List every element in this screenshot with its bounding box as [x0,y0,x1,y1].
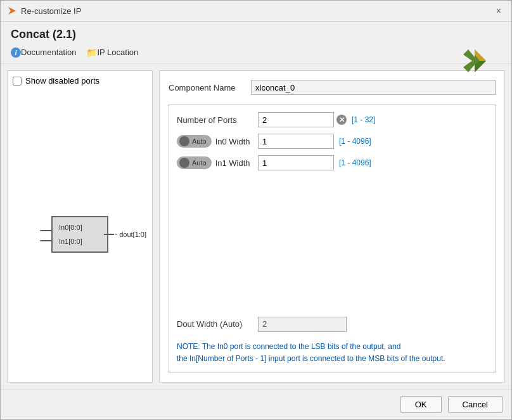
block-diagram: In0[0:0] In1[0:0] dout[1:0] [51,216,108,253]
in0-toggle-knob [179,136,189,146]
in0-width-label: In0 Width [215,137,250,146]
component-name-row: Component Name [169,80,496,95]
show-disabled-label: Show disabled ports [25,76,99,86]
in0-port-label: In0[0:0] [59,224,98,231]
left-ports [40,230,51,241]
in1-auto-toggle[interactable]: Auto [177,156,212,169]
right-port: dout[1:0] [104,231,146,238]
in0-auto-toggle[interactable]: Auto [177,135,212,148]
dout-width-label: Dout Width (Auto) [177,319,253,329]
show-disabled-row: Show disabled ports [13,76,147,86]
in1-width-row: Auto In1 Width [1 - 4096] [177,155,487,170]
in0-width-row: Auto In0 Width [1 - 4096] [177,134,487,149]
dout-port-label: dout[1:0] [119,231,146,238]
app-title: Concat (2.1) [11,28,501,41]
in1-width-input[interactable] [258,155,334,170]
in0-toggle-label: Auto In0 Width [177,135,253,148]
in1-width-input-wrap [258,155,334,170]
in0-width-input-wrap [258,134,334,149]
params-box: Number of Ports ✕ [1 - 32] Auto In0 W [169,104,496,373]
in1-port-label: In1[0:0] [59,238,98,245]
in1-width-label: In1 Width [215,158,250,168]
component-name-label: Component Name [169,83,245,92]
dout-width-row: Dout Width (Auto) [177,310,487,332]
num-ports-clear-icon[interactable]: ✕ [336,115,347,125]
in1-auto-label: Auto [189,159,209,167]
component-name-input[interactable] [251,80,496,95]
num-ports-range: [1 - 32] [352,115,375,124]
button-bar: OK Cancel [1,389,511,419]
num-ports-input-wrap: ✕ [258,112,347,127]
ip-location-folder-icon: 📁 [86,48,97,58]
in0-auto-label: Auto [189,137,209,145]
nav-links: i Documentation 📁 IP Location [11,46,501,58]
num-ports-label: Number of Ports [177,115,253,125]
svg-marker-0 [8,7,16,15]
note-text: NOTE: The In0 port is connected to the L… [177,341,487,365]
title-bar-left: Re-customize IP [7,6,81,16]
port-in1-line [40,240,51,241]
title-bar: Re-customize IP × [1,1,511,22]
in0-width-range: [1 - 4096] [339,137,371,146]
num-ports-row: Number of Ports ✕ [1 - 32] [177,112,487,127]
in1-toggle-label: Auto In1 Width [177,156,253,169]
cancel-button[interactable]: Cancel [448,396,502,413]
dialog-window: Re-customize IP × Concat (2.1) i Documen… [0,0,512,420]
in0-width-input[interactable] [258,134,334,149]
port-in0-line [40,230,51,231]
left-panel: Show disabled ports [7,70,153,383]
note-line2: the In[Number of Ports - 1] input port i… [177,354,445,363]
note-line1: NOTE: The In0 port is connected to the L… [177,342,400,351]
logo-area [461,47,489,77]
title-text: Re-customize IP [21,6,81,16]
diagram-container: In0[0:0] In1[0:0] dout[1:0] [13,92,147,377]
num-ports-input[interactable] [258,112,334,127]
close-button[interactable]: × [492,4,505,17]
header-section: Concat (2.1) i Documentation 📁 IP Locati… [1,22,511,64]
in1-width-range: [1 - 4096] [339,158,371,167]
in1-toggle-knob [179,158,189,168]
right-panel: Component Name Number of Ports ✕ [1 - 32… [159,70,505,383]
component-block: In0[0:0] In1[0:0] [51,216,108,253]
content-area: Show disabled ports [1,64,511,389]
dout-width-input [258,317,347,332]
ip-location-link[interactable]: IP Location [97,46,143,58]
vivado-logo-icon [461,47,489,75]
spacer [177,177,487,304]
documentation-link[interactable]: Documentation [21,46,81,58]
app-icon [7,6,17,16]
show-disabled-checkbox[interactable] [13,77,22,86]
ok-button[interactable]: OK [400,396,442,413]
documentation-info-icon[interactable]: i [11,48,21,58]
